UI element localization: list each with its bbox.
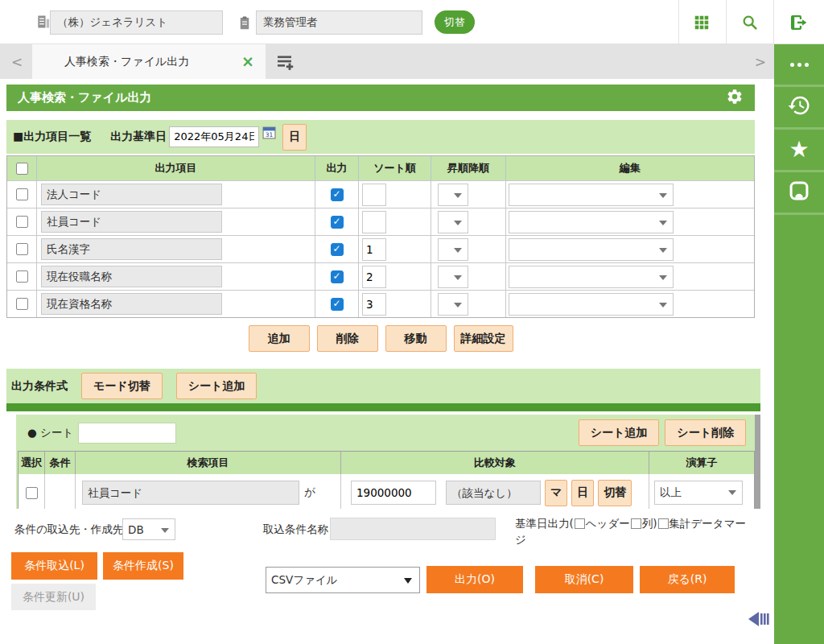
sheet-delete-button[interactable]: シート削除 [665,419,746,446]
import-name-label: 取込条件名称 [263,522,328,537]
header-checkbox[interactable] [575,518,585,529]
switch-role-button[interactable]: 切替 [435,10,475,34]
output-checkbox[interactable] [331,298,344,311]
compare-value-input[interactable] [351,481,436,505]
output-checkbox[interactable] [331,270,344,283]
row-checkbox[interactable] [16,188,28,200]
condition-table-header: 選択 条件 検索項目 比較対象 演算子 [19,452,754,474]
close-tab-icon[interactable]: × [241,52,254,70]
item-name-field[interactable]: 社員コード [41,211,222,233]
search-icon[interactable] [740,12,760,33]
col-header-order: 昇順降順 [431,156,506,180]
tab-jinji-search[interactable]: 人事検索・ファイル出力 × [32,44,266,79]
role-field[interactable] [256,10,422,35]
compare-value-display[interactable]: （該当なし） [446,481,541,505]
operator-value: 以上 [660,485,682,500]
sheet-add-button[interactable]: シート追加 [176,373,258,399]
topbar-divider [678,0,679,44]
sort-order-input[interactable] [362,211,386,233]
star-icon: ★ [789,138,809,161]
row-checkbox[interactable] [16,298,28,310]
condition-row: 社員コード が （該当なし） マ 日 切替 以上 [19,474,754,509]
item-name-field[interactable]: 現在役職名称 [41,266,222,287]
collapse-panel-icon[interactable] [748,610,772,631]
prev-tab-chevron-icon[interactable]: < [11,44,23,79]
column-checkbox[interactable] [631,518,641,529]
sort-order-input[interactable] [362,293,386,316]
master-button[interactable]: マ [545,480,567,506]
order-select[interactable] [438,184,468,206]
page-title: 人事検索・ファイル出力 [18,90,726,105]
chevron-down-icon [454,303,462,308]
sheet-add-button-2[interactable]: シート追加 [579,419,660,446]
calendar-icon[interactable]: 31 [262,126,276,142]
add-button[interactable]: 追加 [249,325,310,352]
item-name-field[interactable]: 法人コード [41,184,222,205]
dest-label: 条件の取込先・作成先 [14,522,123,537]
logout-icon[interactable] [789,12,810,33]
base-date-input[interactable] [169,126,259,147]
row-checkbox[interactable] [16,270,28,283]
order-select[interactable] [438,211,468,233]
condition-update-button[interactable]: 条件更新(U) [11,584,96,610]
sheet-name-input[interactable] [78,423,176,444]
output-checkbox[interactable] [331,216,344,229]
row-checkbox[interactable] [16,216,28,228]
sort-order-input[interactable] [362,238,386,261]
output-button[interactable]: 出力(O) [426,566,523,593]
delete-button[interactable]: 削除 [317,325,378,352]
output-checkbox[interactable] [331,243,344,256]
edit-select[interactable] [509,184,674,206]
import-name-input[interactable] [330,518,496,540]
order-select[interactable] [438,293,468,316]
table-actions: 追加 削除 移動 詳細設定 [6,325,755,352]
cancel-button[interactable]: 取消(C) [535,566,633,593]
output-checkbox[interactable] [331,188,344,201]
company-field[interactable] [50,10,223,35]
more-menu-button[interactable] [774,44,824,87]
edit-select[interactable] [509,293,674,316]
order-select[interactable] [438,266,468,288]
edit-select[interactable] [509,238,674,261]
col-header-operator: 演算子 [649,452,754,474]
row-checkbox[interactable] [16,243,28,255]
top-bar: 切替 [0,0,824,44]
main-content: 人事検索・ファイル出力 ■出力項目一覧 出力基準日 31 日 出力項目 出力 ソ… [0,79,774,644]
order-select[interactable] [438,238,468,261]
mode-switch-button[interactable]: モード切替 [81,373,163,399]
apps-grid-icon[interactable] [691,12,712,33]
next-tab-chevron-icon[interactable]: > [755,44,766,79]
condition-section-label: 出力条件式 [11,379,68,394]
item-name-field[interactable]: 氏名漢字 [41,238,222,260]
col-header-compare: 比較対象 [341,452,649,474]
gear-icon[interactable] [726,88,744,109]
merge-checkbox[interactable] [658,518,669,529]
select-all-checkbox[interactable] [16,163,28,175]
dest-select[interactable]: DB [122,518,175,540]
add-tab-icon[interactable] [275,52,295,75]
condition-create-button[interactable]: 条件作成(S) [103,552,183,580]
row-select-checkbox[interactable] [26,487,38,499]
edit-select[interactable] [509,266,674,288]
clipboard-icon [237,14,252,34]
search-field[interactable]: 社員コード [82,481,299,505]
file-type-select[interactable]: CSVファイル [266,567,420,593]
favorites-button[interactable]: ★ [774,130,824,172]
edit-select[interactable] [509,211,674,233]
header-checkbox-label: ヘッダー [586,517,630,530]
back-button[interactable]: 戻る(R) [640,566,735,593]
move-button[interactable]: 移動 [385,325,447,352]
detail-settings-button[interactable]: 詳細設定 [454,325,513,352]
day-button[interactable]: 日 [282,124,307,151]
toggle-button[interactable]: 切替 [598,480,632,506]
feedback-button[interactable] [774,172,824,215]
date-button[interactable]: 日 [571,480,594,506]
vertical-scrollbar[interactable] [755,415,760,509]
sort-order-input[interactable] [362,184,386,206]
sheet-label: ● シート [27,426,73,440]
operator-select[interactable]: 以上 [654,481,743,505]
condition-import-button[interactable]: 条件取込(L) [11,552,97,580]
sort-order-input[interactable] [362,266,386,288]
item-name-field[interactable]: 現在資格名称 [41,293,222,315]
history-button[interactable] [774,87,824,130]
